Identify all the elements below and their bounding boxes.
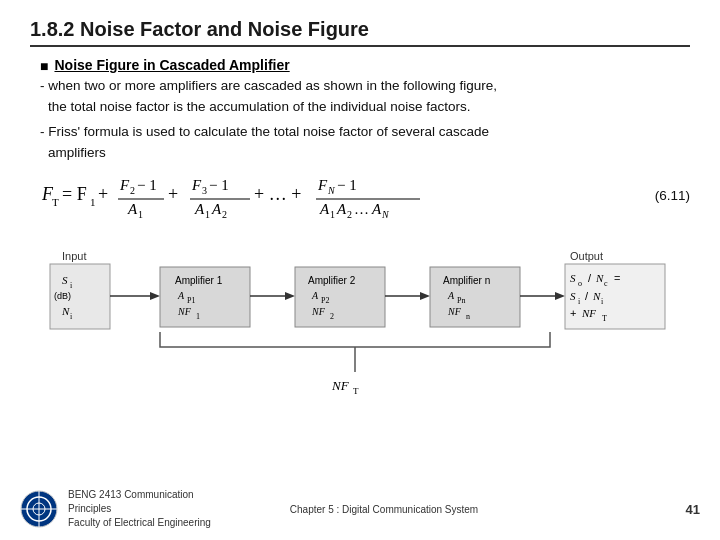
svg-marker-64 xyxy=(555,292,565,300)
svg-text:+ … +: + … + xyxy=(254,184,301,204)
svg-text:− 1: − 1 xyxy=(337,177,357,193)
svg-text:N: N xyxy=(327,185,336,196)
cascade-diagram: Input S i (dB) N i Amplifier 1 A P1 NF 1… xyxy=(30,232,690,407)
bullet-icon: ■ xyxy=(40,58,48,74)
svg-text:…: … xyxy=(354,201,369,217)
text-line1: - when two or more amplifiers are cascad… xyxy=(40,76,690,118)
formula-section: F T = F 1 + F 2 − 1 A 1 + F 3 xyxy=(40,170,690,222)
svg-text:P2: P2 xyxy=(321,296,329,305)
footer-institution: BENG 2413 Communication Principles Facul… xyxy=(68,488,226,530)
svg-text:F: F xyxy=(317,177,328,193)
svg-text:1: 1 xyxy=(330,209,335,220)
svg-text:A: A xyxy=(319,201,330,217)
svg-text:+: + xyxy=(98,184,108,204)
footer-page-number: 41 xyxy=(542,502,700,517)
svg-text:T: T xyxy=(602,314,607,323)
university-logo xyxy=(20,490,58,528)
svg-text:S: S xyxy=(570,290,576,302)
svg-text:A: A xyxy=(194,201,205,217)
svg-text:Pn: Pn xyxy=(457,296,465,305)
svg-text:N: N xyxy=(381,209,390,220)
svg-text:A: A xyxy=(211,201,222,217)
svg-text:2: 2 xyxy=(330,312,334,321)
svg-text:A: A xyxy=(371,201,382,217)
svg-text:c: c xyxy=(604,279,608,288)
text-line3: - Friss' formula is used to calculate th… xyxy=(40,122,690,164)
footer: BENG 2413 Communication Principles Facul… xyxy=(0,488,720,530)
svg-marker-48 xyxy=(285,292,295,300)
slide-title: 1.8.2 Noise Factor and Noise Figure xyxy=(30,18,690,47)
svg-text:NF: NF xyxy=(177,306,192,317)
svg-text:1: 1 xyxy=(196,312,200,321)
svg-text:− 1: − 1 xyxy=(209,177,229,193)
svg-text:T: T xyxy=(52,196,59,208)
svg-text:NF: NF xyxy=(311,306,326,317)
svg-text:A: A xyxy=(447,290,455,301)
svg-text:S: S xyxy=(62,274,68,286)
svg-marker-40 xyxy=(150,292,160,300)
diagram-area: Input S i (dB) N i Amplifier 1 A P1 NF 1… xyxy=(30,232,690,407)
bullet-row: ■ Noise Figure in Cascaded Amplifier xyxy=(40,57,690,74)
formula-svg: F T = F 1 + F 2 − 1 A 1 + F 3 xyxy=(40,170,570,222)
svg-text:(dB): (dB) xyxy=(54,291,71,301)
formula-container: F T = F 1 + F 2 − 1 A 1 + F 3 xyxy=(40,170,647,222)
svg-text:1: 1 xyxy=(138,209,143,220)
svg-text:A: A xyxy=(177,290,185,301)
svg-text:NF: NF xyxy=(447,306,462,317)
footer-chapter: Chapter 5 : Digital Communication System xyxy=(226,504,542,515)
svg-text:+: + xyxy=(570,307,576,319)
svg-text:− 1: − 1 xyxy=(137,177,157,193)
svg-text:N: N xyxy=(61,305,70,317)
svg-text:NF: NF xyxy=(331,378,350,393)
svg-text:A: A xyxy=(311,290,319,301)
section-heading: Noise Figure in Cascaded Amplifier xyxy=(54,57,289,73)
svg-text:n: n xyxy=(466,312,470,321)
svg-text:A: A xyxy=(127,201,138,217)
svg-text:P1: P1 xyxy=(187,296,195,305)
svg-text:T: T xyxy=(353,386,359,396)
slide: 1.8.2 Noise Factor and Noise Figure ■ No… xyxy=(0,0,720,540)
svg-text:NF: NF xyxy=(581,307,596,319)
svg-text:Amplifier n: Amplifier n xyxy=(443,275,490,286)
svg-text:Amplifier 2: Amplifier 2 xyxy=(308,275,356,286)
svg-text:F: F xyxy=(119,177,130,193)
equation-number: (6.11) xyxy=(655,188,690,203)
svg-text:Input: Input xyxy=(62,250,86,262)
svg-marker-56 xyxy=(420,292,430,300)
content-area: ■ Noise Figure in Cascaded Amplifier - w… xyxy=(40,57,690,222)
svg-text:2: 2 xyxy=(347,209,352,220)
svg-text:Amplifier 1: Amplifier 1 xyxy=(175,275,223,286)
svg-text:N: N xyxy=(595,272,604,284)
svg-text:1: 1 xyxy=(90,196,96,208)
svg-text:S: S xyxy=(570,272,576,284)
svg-text:A: A xyxy=(336,201,347,217)
svg-text:3: 3 xyxy=(202,185,207,196)
svg-text:= F: = F xyxy=(62,184,87,204)
svg-text:F: F xyxy=(191,177,202,193)
svg-text:2: 2 xyxy=(130,185,135,196)
svg-text:1: 1 xyxy=(205,209,210,220)
svg-text:o: o xyxy=(578,279,582,288)
svg-text:Output: Output xyxy=(570,250,603,262)
svg-text:=: = xyxy=(614,272,620,284)
svg-text:2: 2 xyxy=(222,209,227,220)
svg-text:+: + xyxy=(168,184,178,204)
svg-text:N: N xyxy=(592,290,601,302)
